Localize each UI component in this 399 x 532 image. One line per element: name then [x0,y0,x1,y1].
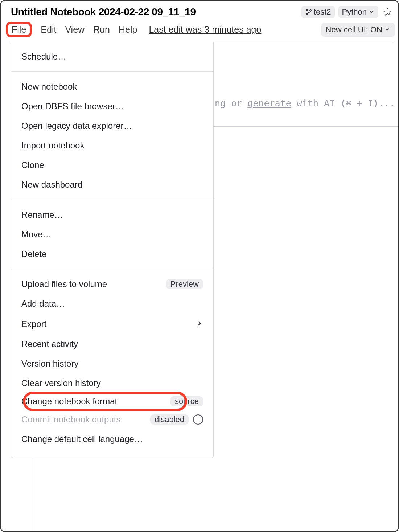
language-selector[interactable]: Python [338,6,379,18]
menu-help[interactable]: Help [119,24,137,35]
menu-item-delete[interactable]: Delete [11,244,213,264]
menu-item-change-default-language[interactable]: Change default cell language… [11,429,213,449]
menu-item-new-dashboard[interactable]: New dashboard [11,175,213,195]
placeholder-text-2: with AI (⌘ + I)... [291,98,395,109]
menu-item-clear-version-history[interactable]: Clear version history [11,373,213,393]
menu-item-label: Upload files to volume [21,279,162,289]
svg-point-0 [306,9,308,11]
menu-item-version-history[interactable]: Version history [11,354,213,373]
menu-item-label: New dashboard [21,180,203,190]
preview-badge: Preview [166,279,203,289]
chevron-down-icon [384,25,390,34]
menu-item-label: Add data… [21,299,203,309]
placeholder-text-1: ng or [215,98,247,109]
chevron-down-icon [369,7,375,17]
menu-item-label: Clone [21,160,203,170]
notebook-title[interactable]: Untitled Notebook 2024-02-22 09_11_19 [11,6,196,18]
disabled-badge: disabled [150,414,189,425]
menu-item-rename[interactable]: Rename… [11,205,213,225]
menu-item-commit-outputs: Commit notebook outputs disabled i [11,410,213,429]
language-label: Python [342,7,367,17]
menu-item-import-notebook[interactable]: Import notebook [11,136,213,155]
menu-item-recent-activity[interactable]: Recent activity [11,334,213,354]
menu-edit[interactable]: Edit [41,24,56,35]
menu-item-clone[interactable]: Clone [11,155,213,175]
menu-item-label: Delete [21,249,203,259]
new-cell-ui-toggle[interactable]: New cell UI: ON [321,23,395,37]
file-dropdown-menu: Schedule… New notebook Open DBFS file br… [11,42,214,458]
menu-item-label: Change default cell language… [21,434,203,444]
menu-item-label: Version history [21,359,203,369]
menu-item-label: Export [21,319,192,329]
menu-item-label: New notebook [21,82,203,92]
menu-item-label: Move… [21,229,203,240]
menu-item-upload-to-volume[interactable]: Upload files to volume Preview [11,274,213,294]
git-branch-icon [305,8,312,16]
new-cell-ui-label: New cell UI: ON [326,25,382,34]
menu-view[interactable]: View [65,24,85,35]
favorite-star-icon[interactable]: ☆ [383,7,392,17]
menu-item-label: Open DBFS file browser… [21,101,203,111]
menu-item-label: Schedule… [21,52,203,62]
menu-item-add-data[interactable]: Add data… [11,294,213,314]
menu-item-move[interactable]: Move… [11,225,213,244]
menu-item-label: Import notebook [21,140,203,151]
svg-point-2 [310,10,311,11]
menu-item-label: Open legacy data explorer… [21,121,203,131]
menu-file[interactable]: File [12,24,26,34]
svg-point-1 [306,13,308,15]
menu-item-label: Recent activity [21,339,203,349]
git-branch-label: test2 [314,7,331,17]
code-cell-placeholder[interactable]: ng or generate with AI (⌘ + I)... [215,98,395,109]
menu-item-label: Commit notebook outputs [21,414,146,425]
format-badge: source [170,396,203,406]
menu-run[interactable]: Run [93,24,110,35]
menu-item-open-legacy-data-explorer[interactable]: Open legacy data explorer… [11,116,213,136]
chevron-right-icon [196,318,203,330]
menu-item-export[interactable]: Export [11,314,213,334]
info-icon[interactable]: i [193,414,203,425]
menu-item-change-notebook-format[interactable]: Change notebook format source [11,393,213,410]
menu-item-schedule[interactable]: Schedule… [11,47,213,66]
menu-item-new-notebook[interactable]: New notebook [11,77,213,97]
menu-item-label: Rename… [21,210,203,220]
git-branch-pill[interactable]: test2 [301,6,335,18]
last-edit-link[interactable]: Last edit was 3 minutes ago [149,24,261,35]
menu-item-label: Clear version history [21,378,203,388]
menu-item-open-dbfs[interactable]: Open DBFS file browser… [11,97,213,116]
placeholder-generate-link: generate [247,98,291,109]
menu-item-label: Change notebook format [21,396,166,406]
